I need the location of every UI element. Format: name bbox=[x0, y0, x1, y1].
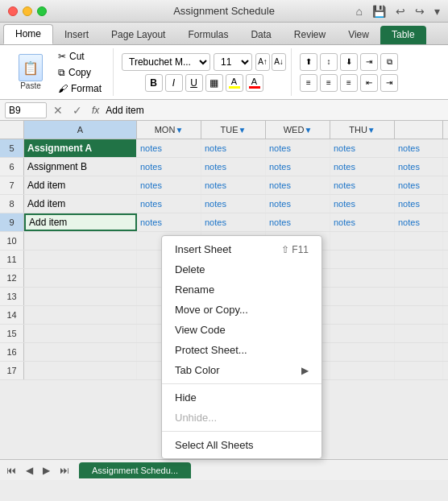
ctx-hide[interactable]: Hide bbox=[162, 387, 321, 408]
font-size-select[interactable]: 11 bbox=[214, 53, 252, 71]
ctx-insert-sheet[interactable]: Insert Sheet ⇧ F11 bbox=[162, 239, 321, 259]
cell-e16[interactable] bbox=[330, 343, 395, 361]
tab-insert[interactable]: Insert bbox=[53, 26, 100, 44]
tab-formulas[interactable]: Formulas bbox=[176, 26, 239, 44]
cell-e13[interactable] bbox=[330, 288, 395, 305]
cut-button[interactable]: ✂ Cut bbox=[53, 49, 106, 64]
tab-home[interactable]: Home bbox=[3, 24, 53, 44]
cell-e15[interactable] bbox=[330, 325, 395, 342]
cell-f11[interactable] bbox=[395, 250, 443, 268]
cell-e5[interactable]: notes bbox=[330, 139, 395, 157]
cell-f12[interactable] bbox=[395, 269, 443, 287]
border-button[interactable]: ▦ bbox=[205, 74, 223, 92]
font-color-button[interactable]: A bbox=[246, 74, 263, 92]
cell-c8[interactable]: notes bbox=[201, 195, 266, 213]
function-icon[interactable]: fx bbox=[89, 105, 102, 116]
cell-c6[interactable]: notes bbox=[201, 158, 266, 176]
tab-data[interactable]: Data bbox=[239, 26, 282, 44]
cell-a16[interactable] bbox=[24, 343, 137, 361]
cell-e9[interactable]: notes bbox=[330, 213, 395, 231]
cell-c5[interactable]: notes bbox=[201, 139, 266, 157]
bold-button[interactable]: B bbox=[145, 74, 163, 92]
align-center-button[interactable]: ≡ bbox=[320, 74, 338, 92]
cell-f7[interactable]: notes bbox=[395, 176, 443, 194]
cell-a9[interactable]: Add item bbox=[24, 213, 137, 231]
cell-c7[interactable]: notes bbox=[201, 176, 266, 194]
cell-d7[interactable]: notes bbox=[266, 176, 330, 194]
cell-b7[interactable]: notes bbox=[137, 176, 201, 194]
cell-e17[interactable] bbox=[330, 362, 395, 379]
format-button[interactable]: 🖌 Format bbox=[53, 81, 106, 96]
cell-a13[interactable] bbox=[24, 288, 137, 305]
tab-review[interactable]: Review bbox=[283, 26, 337, 44]
cell-b5[interactable]: notes bbox=[137, 139, 201, 157]
cell-f17[interactable] bbox=[395, 362, 443, 379]
cell-d8[interactable]: notes bbox=[266, 195, 330, 213]
col-header-tue[interactable]: TUE ▼ bbox=[201, 121, 266, 139]
cell-f14[interactable] bbox=[395, 306, 443, 324]
cell-a8[interactable]: Add item bbox=[24, 195, 137, 213]
align-top-button[interactable]: ⬆ bbox=[300, 53, 317, 71]
underline-button[interactable]: U bbox=[185, 74, 203, 92]
cell-a7[interactable]: Add item bbox=[24, 176, 137, 194]
cell-f15[interactable] bbox=[395, 325, 443, 342]
cell-b6[interactable]: notes bbox=[137, 158, 201, 176]
redo-icon[interactable]: ↪ bbox=[415, 5, 425, 18]
tab-first-button[interactable]: ⏮ bbox=[3, 463, 19, 478]
tab-next-button[interactable]: ▶ bbox=[39, 463, 53, 478]
increase-indent-button[interactable]: ⇥ bbox=[380, 74, 398, 92]
cell-a14[interactable] bbox=[24, 306, 137, 324]
cell-f8[interactable]: notes bbox=[395, 195, 443, 213]
font-size-increase-button[interactable]: A↑ bbox=[255, 53, 270, 71]
cell-e8[interactable]: notes bbox=[330, 195, 395, 213]
cell-e14[interactable] bbox=[330, 306, 395, 324]
cell-a15[interactable] bbox=[24, 325, 137, 342]
cell-d5[interactable]: notes bbox=[266, 139, 330, 157]
cell-f5[interactable]: notes bbox=[395, 139, 443, 157]
cell-e10[interactable] bbox=[330, 232, 395, 250]
italic-button[interactable]: I bbox=[165, 74, 183, 92]
ctx-delete[interactable]: Delete bbox=[162, 259, 321, 279]
minimize-button[interactable] bbox=[23, 6, 32, 16]
cell-f10[interactable] bbox=[395, 232, 443, 250]
cancel-formula-icon[interactable]: ✕ bbox=[50, 104, 66, 117]
cell-c9[interactable]: notes bbox=[201, 213, 266, 231]
confirm-formula-icon[interactable]: ✓ bbox=[69, 104, 85, 117]
copy-button[interactable]: ⧉ Copy bbox=[53, 65, 106, 80]
cell-reference-box[interactable]: B9 bbox=[5, 102, 47, 118]
cell-e12[interactable] bbox=[330, 269, 395, 287]
cell-a12[interactable] bbox=[24, 269, 137, 287]
fill-color-button[interactable]: A bbox=[226, 74, 243, 92]
align-left-button[interactable]: ≡ bbox=[300, 74, 317, 92]
ctx-tab-color[interactable]: Tab Color ▶ bbox=[162, 360, 321, 380]
tab-prev-button[interactable]: ◀ bbox=[23, 463, 36, 478]
cell-a11[interactable] bbox=[24, 250, 137, 268]
tab-page-layout[interactable]: Page Layout bbox=[100, 26, 176, 44]
cell-e6[interactable]: notes bbox=[330, 158, 395, 176]
cell-d9[interactable]: notes bbox=[266, 213, 330, 231]
undo-icon[interactable]: ↩ bbox=[396, 5, 405, 18]
cell-b8[interactable]: notes bbox=[137, 195, 201, 213]
cell-a6[interactable]: Assignment B bbox=[24, 158, 137, 176]
merge-button[interactable]: ⧉ bbox=[380, 53, 398, 71]
ctx-protect-sheet[interactable]: Protect Sheet... bbox=[162, 340, 321, 360]
cell-a17[interactable] bbox=[24, 362, 137, 379]
cell-f9[interactable]: notes bbox=[395, 213, 443, 231]
ctx-rename[interactable]: Rename bbox=[162, 279, 321, 300]
col-header-mon[interactable]: MON ▼ bbox=[137, 121, 201, 139]
ctx-move-copy[interactable]: Move or Copy... bbox=[162, 300, 321, 320]
cell-f6[interactable]: notes bbox=[395, 158, 443, 176]
tab-view[interactable]: View bbox=[337, 26, 380, 44]
align-right-button[interactable]: ≡ bbox=[340, 74, 358, 92]
cell-f16[interactable] bbox=[395, 343, 443, 361]
cell-e11[interactable] bbox=[330, 250, 395, 268]
decrease-indent-button[interactable]: ⇤ bbox=[360, 74, 378, 92]
col-header-wed[interactable]: WED ▼ bbox=[266, 121, 330, 139]
tab-table[interactable]: Table bbox=[380, 26, 426, 44]
col-header-thu[interactable]: THU ▼ bbox=[330, 121, 395, 139]
cell-b9[interactable]: notes bbox=[137, 213, 201, 231]
ctx-view-code[interactable]: View Code bbox=[162, 320, 321, 340]
cell-a5[interactable]: Assignment A bbox=[24, 139, 137, 157]
col-header-a[interactable]: A bbox=[24, 121, 137, 139]
cell-a10[interactable] bbox=[24, 232, 137, 250]
